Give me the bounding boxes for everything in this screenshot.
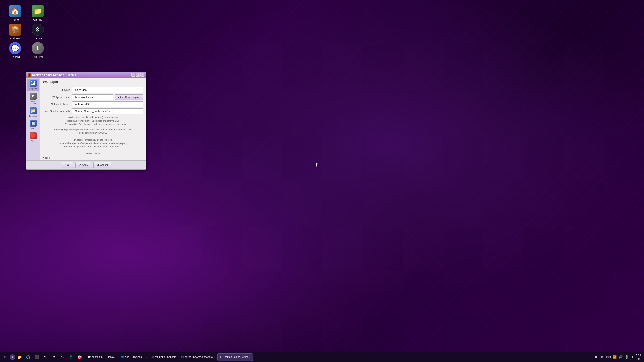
desktop-icon-discord[interactable]: 💬 Discord bbox=[5, 42, 25, 58]
taskbar-clock[interactable]: 5:08 PM bbox=[636, 354, 641, 360]
erythras-label: erythras bbox=[10, 37, 20, 40]
desktop-setting-app-icon: ⚙ bbox=[220, 356, 222, 358]
wallpaper-type-select[interactable]: ShaderWallpaper ▾ bbox=[72, 94, 113, 100]
home-icon: 🏠 bbox=[9, 5, 21, 17]
wallpaper-sidebar-icon: 🖼 bbox=[30, 80, 37, 87]
selected-shader-select[interactable]: EarthboundG ▾ bbox=[72, 101, 143, 107]
maximize-button[interactable]: □ bbox=[136, 73, 140, 77]
steam-label: Steam bbox=[34, 37, 42, 40]
layout-arrow-icon: ▾ bbox=[141, 89, 142, 91]
selected-shader-value: EarthboundG bbox=[74, 103, 89, 106]
taskbar-recording-icon[interactable]: ⏺ bbox=[594, 355, 599, 360]
taskbar: ⚙ K 📁 🌐 ⬛ 🛍 ⚙ 🗂 📱 🎯 📝 config.xml - ~/.lo… bbox=[0, 352, 644, 362]
taskbar-app-desktop-setting[interactable]: ⚙ Desktop Folder Setting... bbox=[217, 353, 253, 361]
content-section-title: Wallpaper bbox=[43, 80, 58, 84]
desktop-icon-erythras[interactable]: 📦 erythras bbox=[5, 24, 25, 40]
layout-label: Layout: bbox=[43, 89, 70, 92]
layout-select[interactable]: Folder View ▾ bbox=[72, 87, 143, 93]
taskbar-browser-icon[interactable]: 🌐 bbox=[24, 353, 32, 361]
content-body: Layout: Folder View ▾ Wallpaper Type: Sh… bbox=[40, 85, 146, 160]
content-header: Wallpaper bbox=[40, 78, 146, 85]
version-info: Version 1.0 - Simply load shaders (curre… bbox=[60, 116, 126, 125]
desktop-icon-home[interactable]: 🏠 Home bbox=[5, 5, 25, 21]
desktop-icons-container: 🏠 Home 📁 Games 📦 erythras ⚙ Steam 💬 Disc… bbox=[5, 5, 48, 58]
ok-button[interactable]: ✔ Ok bbox=[61, 162, 74, 168]
selected-shader-row: Selected Shader: EarthboundG ▾ bbox=[43, 101, 143, 107]
idm-icon: ⬇ bbox=[32, 42, 44, 54]
load-shader-row: Load Shader from Path: bbox=[43, 108, 143, 114]
taskbar-app-konsole[interactable]: ⬛ yakuake - Konsole bbox=[149, 353, 178, 361]
filter-sidebar-label: Filter bbox=[31, 140, 35, 142]
taskbar-app-pling[interactable]: 🌐 Add - Pling.com - ... bbox=[119, 353, 149, 361]
taskbar-battery-icon[interactable]: 🔋 bbox=[624, 355, 629, 360]
sidebar-item-filter[interactable]: 🔴 Filter bbox=[27, 131, 39, 143]
idm-label: IDM Free bbox=[32, 55, 44, 58]
selected-shader-label: Selected Shader: bbox=[43, 103, 70, 106]
wallpaper-type-value: ShaderWallpaper bbox=[74, 96, 93, 99]
load-shader-label: Load Shader from Path: bbox=[43, 110, 70, 113]
dialog-app-icon: 🗂 bbox=[28, 73, 31, 77]
cancel-button[interactable]: ✘ Cancel bbox=[93, 162, 111, 168]
taskbar-expand-icon[interactable]: ▲ bbox=[630, 355, 635, 360]
apply-button[interactable]: ✔ Apply bbox=[75, 162, 92, 168]
taskbar-right: ⏺ 🖥 ⌨ 📶 🔊 🔋 ▲ 5:08 PM bbox=[594, 354, 643, 360]
taskbar-extra-icon1[interactable]: ⚙ bbox=[50, 353, 58, 361]
taskbar-start-icon[interactable]: ⚙ bbox=[1, 353, 9, 361]
taskbar-app-browser[interactable]: 🌐 online.knowmad.shadera... bbox=[179, 353, 217, 361]
dialog-titlebar: 🗂 Desktop Folder Settings - Plasma — □ ✕ bbox=[26, 72, 146, 78]
sidebar-item-location[interactable]: 📁 Location bbox=[27, 106, 39, 118]
desktop-icon-games[interactable]: 📁 Games bbox=[28, 5, 48, 21]
taskbar-app-config[interactable]: 📝 config.xml - ~/.local/... bbox=[86, 353, 118, 361]
layout-row: Layout: Folder View ▾ bbox=[43, 87, 143, 93]
dialog-main-content: Wallpaper Layout: Folder View ▾ Wallpape… bbox=[40, 78, 146, 160]
desktop-icon-idm[interactable]: ⬇ IDM Free bbox=[28, 42, 48, 58]
erythras-icon: 📦 bbox=[9, 24, 21, 36]
taskbar-display-icon[interactable]: 🖥 bbox=[600, 355, 605, 360]
wallpaper-type-arrow-icon: ▾ bbox=[111, 96, 112, 98]
config-app-label: config.xml - ~/.local/... bbox=[92, 356, 116, 358]
taskbar-activities-icon[interactable]: K bbox=[10, 354, 15, 360]
dialog-body: 🖼 Wallpaper 🖱 Mouse Actions 📁 Location 🔲… bbox=[26, 78, 146, 160]
titlebar-buttons: — □ ✕ bbox=[131, 73, 144, 77]
browser-app-label: online.knowmad.shadera... bbox=[185, 356, 215, 358]
taskbar-terminal-icon[interactable]: ⬛ bbox=[33, 353, 41, 361]
clock-period: PM bbox=[636, 357, 641, 360]
mouse-sidebar-label: Mouse Actions bbox=[27, 100, 39, 105]
taskbar-extra-icon2[interactable]: 🗂 bbox=[58, 353, 66, 361]
discord-label: Discord bbox=[10, 55, 20, 58]
taskbar-keyboard-icon[interactable]: ⌨ bbox=[606, 355, 611, 360]
wallpaper-type-label: Wallpaper Type: bbox=[43, 96, 70, 99]
minimize-button[interactable]: — bbox=[131, 73, 135, 77]
icons-sidebar-label: Icons bbox=[31, 127, 35, 130]
desktop-icon-steam[interactable]: ⚙ Steam bbox=[28, 24, 48, 40]
dialog-footer: ✔ Ok ✔ Apply ✘ Cancel bbox=[26, 160, 146, 169]
desktop-background bbox=[0, 0, 644, 362]
wallpaper-type-row: Wallpaper Type: ShaderWallpaper ▾ ★ Get … bbox=[43, 94, 143, 100]
close-button[interactable]: ✕ bbox=[140, 73, 144, 77]
taskbar-separator1 bbox=[85, 354, 85, 360]
taskbar-left: ⚙ K 📁 🌐 ⬛ 🛍 ⚙ 🗂 📱 🎯 📝 config.xml - ~/.lo… bbox=[1, 353, 594, 361]
load-shader-input[interactable] bbox=[72, 108, 143, 114]
wallpaper-sidebar-label: Wallpaper bbox=[29, 87, 38, 90]
steam-icon: ⚙ bbox=[32, 24, 44, 36]
get-plugins-button[interactable]: ★ Get New Plugins... bbox=[115, 94, 143, 100]
info-text: Version 1.0 - Simply load shaders (curre… bbox=[43, 116, 143, 126]
config-app-icon: 📝 bbox=[88, 356, 91, 358]
sidebar-item-wallpaper[interactable]: 🖼 Wallpaper bbox=[27, 79, 39, 91]
mouse-sidebar-icon: 🖱 bbox=[30, 93, 37, 100]
notice-text: Some high quality wallpapers have poor p… bbox=[54, 128, 132, 155]
home-label: Home bbox=[11, 18, 19, 21]
sidebar-item-icons[interactable]: 🔲 Icons bbox=[27, 119, 39, 131]
sidebar-item-mouse-actions[interactable]: 🖱 Mouse Actions bbox=[27, 92, 39, 106]
taskbar-network-icon[interactable]: 📶 bbox=[612, 355, 617, 360]
layout-value: Folder View bbox=[74, 89, 87, 92]
taskbar-files-icon[interactable]: 📁 bbox=[16, 353, 24, 361]
notice-label: Notice: bbox=[43, 157, 51, 159]
taskbar-extra-icon4[interactable]: 🎯 bbox=[75, 353, 84, 361]
taskbar-volume-icon[interactable]: 🔊 bbox=[618, 355, 623, 360]
taskbar-store-icon[interactable]: 🛍 bbox=[41, 353, 49, 361]
konsole-app-icon: ⬛ bbox=[151, 356, 154, 358]
dialog-window: 🗂 Desktop Folder Settings - Plasma — □ ✕… bbox=[26, 72, 146, 170]
taskbar-extra-icon3[interactable]: 📱 bbox=[67, 353, 75, 361]
games-icon: 📁 bbox=[32, 5, 44, 17]
